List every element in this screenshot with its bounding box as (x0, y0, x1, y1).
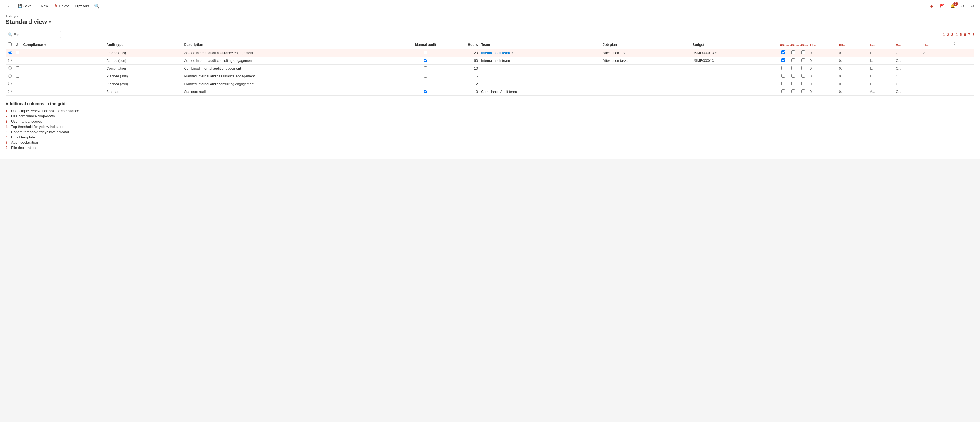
manual-audit-cell (414, 88, 438, 96)
col1-checkbox[interactable] (781, 66, 785, 70)
col2-checkbox[interactable] (791, 58, 795, 62)
manual-audit-checkbox[interactable] (424, 90, 427, 93)
chat-icon-button[interactable]: ✉ (969, 3, 975, 10)
team-cell: Internal audit team ∨ (479, 49, 601, 57)
col3-checkbox[interactable] (801, 58, 805, 62)
budget-cell (690, 80, 778, 88)
col3-checkbox[interactable] (801, 51, 805, 54)
budget-cell (690, 88, 778, 96)
col3-checkbox[interactable] (801, 89, 805, 93)
list-item-text: Use manual scores (11, 119, 42, 123)
budget-cell: USMF000013 ∨ (690, 49, 778, 57)
row-radio[interactable] (8, 82, 12, 86)
header-col4: To... (808, 40, 837, 49)
row-checkbox[interactable] (16, 90, 19, 93)
audit-type-table: ↺ Compliance ▼ Audit type ↑ Description … (6, 40, 974, 96)
col1-checkbox[interactable] (781, 74, 785, 78)
row-checkbox[interactable] (16, 51, 19, 54)
row-checkbox[interactable] (16, 66, 19, 70)
budget-dropdown-icon[interactable]: ∨ (715, 51, 717, 55)
col1-checkbox[interactable] (781, 81, 785, 86)
page-title: Standard view ∨ (6, 18, 974, 28)
header-refresh: ↺ (14, 40, 22, 49)
row-radio[interactable] (8, 51, 12, 54)
more-options-cell (950, 49, 974, 57)
team-dropdown-icon[interactable]: ∨ (511, 51, 513, 55)
col3-checkbox[interactable] (801, 81, 805, 86)
select-all-checkbox[interactable] (8, 43, 12, 46)
header-more[interactable]: ⋮ (950, 40, 974, 49)
col3-checkbox[interactable] (801, 66, 805, 70)
row-radio[interactable] (8, 90, 12, 93)
refresh-icon-button[interactable]: ↺ (959, 3, 966, 10)
col3-cell (798, 49, 808, 57)
row-checkbox[interactable] (16, 74, 19, 78)
header-team[interactable]: Team (479, 40, 601, 49)
row-checkbox[interactable] (16, 59, 19, 62)
col2-checkbox[interactable] (791, 81, 795, 86)
row-radio[interactable] (8, 59, 12, 62)
row-radio[interactable] (8, 74, 12, 78)
filter-input[interactable] (14, 32, 55, 37)
manual-audit-checkbox[interactable] (424, 74, 427, 78)
new-button[interactable]: + New (35, 3, 51, 9)
col2-checkbox[interactable] (791, 74, 795, 78)
header-col3: Use... (798, 40, 808, 49)
header-hours[interactable]: Hours (438, 40, 479, 49)
options-button[interactable]: Options (73, 3, 92, 9)
header-compliance[interactable]: Compliance ▼ (22, 40, 105, 49)
list-item-num: 8 (6, 146, 10, 150)
header-audit-type[interactable]: Audit type ↑ (105, 40, 182, 49)
col-num-2: 2 (947, 32, 949, 37)
job-plan-dropdown-icon[interactable]: ∨ (623, 51, 625, 55)
manual-audit-checkbox[interactable] (424, 51, 427, 54)
manual-audit-cell (414, 72, 438, 80)
title-chevron-icon[interactable]: ∨ (49, 20, 51, 24)
header-description[interactable]: Description (182, 40, 413, 49)
col1-checkbox[interactable] (781, 58, 785, 62)
manual-audit-checkbox[interactable] (424, 82, 427, 86)
page-header: Audit type Standard view ∨ (0, 12, 980, 28)
col4-cell: 0.... (808, 88, 837, 96)
col2-checkbox[interactable] (791, 89, 795, 93)
col1-cell (778, 88, 788, 96)
job-plan-cell (601, 88, 690, 96)
manual-audit-checkbox[interactable] (424, 59, 427, 62)
header-budget[interactable]: Budget (690, 40, 778, 49)
delete-button[interactable]: 🗑 Delete (51, 3, 72, 9)
job-plan-cell: Attestation... ∨ (601, 49, 690, 57)
col1-checkbox[interactable] (781, 51, 785, 54)
description-cell: Standard audit (182, 88, 413, 96)
col5-cell: 0.... (837, 72, 869, 80)
header-job-plan[interactable]: Job plan (601, 40, 690, 49)
row-radio[interactable] (8, 66, 12, 70)
col4-cell: 0.... (808, 72, 837, 80)
search-button[interactable]: 🔍 (92, 2, 101, 10)
more-options-cell (950, 80, 974, 88)
save-button[interactable]: 💾 Save (15, 3, 34, 9)
diamond-icon-button[interactable]: ◆ (929, 3, 935, 10)
col8-dropdown-icon[interactable]: ∨ (923, 51, 925, 55)
row-checkbox[interactable] (16, 82, 19, 86)
col-num-4: 4 (956, 32, 958, 37)
audit-type-cell: Ad-hoc (ass) (105, 49, 182, 57)
save-icon: 💾 (18, 4, 22, 8)
team-value: Internal audit team (481, 59, 510, 63)
back-button[interactable]: ← (5, 3, 14, 10)
budget-value: USMF000013 (692, 51, 714, 55)
manual-audit-checkbox[interactable] (424, 66, 427, 70)
col3-checkbox[interactable] (801, 74, 805, 78)
table-row: Planned (con) Planned internal audit con… (6, 80, 975, 88)
header-manual-audit[interactable]: Manual audit (414, 40, 438, 49)
col1-checkbox[interactable] (781, 89, 785, 93)
more-options-cell (950, 88, 974, 96)
col2-checkbox[interactable] (791, 66, 795, 70)
col2-checkbox[interactable] (791, 51, 795, 54)
header-col1: Use ... (778, 40, 788, 49)
additional-columns-section: Additional columns in the grid: 1Use sim… (6, 96, 974, 154)
main-content: 🔍 1 2 3 4 5 6 7 8 ↺ Compliance (0, 28, 980, 159)
list-item-num: 7 (6, 140, 10, 145)
col6-cell: I... (869, 80, 894, 88)
flag-icon-button[interactable]: 🚩 (938, 3, 946, 10)
col2-cell (788, 80, 798, 88)
